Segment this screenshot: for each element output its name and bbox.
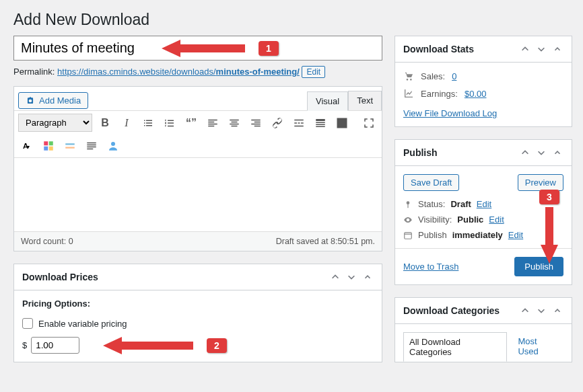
bold-icon[interactable]: B	[96, 114, 114, 132]
numbered-list-icon[interactable]	[161, 114, 178, 132]
view-log-link[interactable]: View File Download Log	[403, 108, 497, 118]
table-icon[interactable]	[333, 114, 351, 132]
publish-title: Publish	[403, 147, 438, 158]
add-media-button[interactable]: Add Media	[18, 92, 88, 109]
svg-rect-13	[405, 232, 412, 238]
toggle-panel-icon[interactable]	[551, 43, 563, 55]
chevron-down-icon[interactable]	[535, 43, 547, 55]
earnings-value-link[interactable]: $0.00	[465, 89, 487, 99]
link-icon[interactable]	[269, 114, 286, 132]
tab-visual[interactable]: Visual	[307, 91, 348, 111]
permalink-edit-button[interactable]: Edit	[302, 66, 325, 78]
toggle-panel-icon[interactable]	[551, 147, 563, 159]
content-editor: Add Media Visual Text Paragraph B I “”	[13, 86, 382, 251]
toggle-panel-icon[interactable]	[362, 271, 374, 283]
svg-rect-7	[65, 143, 75, 145]
permalink-link[interactable]: https://dimas.cminds.website/downloads/m…	[57, 67, 300, 77]
user-icon[interactable]	[104, 137, 122, 155]
save-draft-button[interactable]: Save Draft	[403, 174, 459, 191]
title-input[interactable]	[13, 36, 382, 61]
chevron-up-icon[interactable]	[519, 305, 531, 317]
svg-rect-12	[407, 204, 408, 208]
paragraph-icon[interactable]	[83, 137, 100, 155]
chevron-down-icon[interactable]	[345, 271, 357, 283]
svg-rect-6	[49, 147, 53, 151]
chevron-up-icon[interactable]	[519, 147, 531, 159]
chart-icon	[403, 88, 414, 99]
strikethrough-icon[interactable]: A▾	[18, 137, 36, 155]
svg-rect-3	[44, 141, 48, 145]
svg-rect-5	[44, 147, 48, 151]
bullet-list-icon[interactable]	[139, 114, 157, 132]
eye-icon	[403, 215, 413, 225]
sales-value-link[interactable]: 0	[452, 71, 456, 81]
cart-icon	[403, 71, 414, 81]
word-count: Word count: 0	[21, 237, 73, 246]
pricing-options-label: Pricing Options:	[22, 299, 374, 309]
align-right-icon[interactable]	[247, 114, 265, 132]
annotation-2: 2	[207, 338, 227, 353]
calendar-icon	[403, 231, 413, 240]
publish-button[interactable]: Publish	[514, 257, 563, 276]
toolbar-toggle-icon[interactable]	[312, 114, 329, 132]
price-input[interactable]	[31, 337, 79, 354]
svg-point-11	[407, 201, 410, 204]
draft-saved: Draft saved at 8:50:51 pm.	[276, 237, 375, 246]
svg-rect-8	[65, 147, 75, 149]
read-more-icon[interactable]	[290, 114, 308, 132]
currency-symbol: $	[22, 340, 27, 350]
chevron-down-icon[interactable]	[535, 305, 547, 317]
fullscreen-icon[interactable]	[360, 114, 378, 132]
toggle-panel-icon[interactable]	[551, 305, 563, 317]
pin-icon	[403, 200, 413, 209]
download-prices-title: Download Prices	[22, 272, 98, 282]
visibility-edit-link[interactable]: Edit	[489, 214, 504, 225]
tab-all-categories[interactable]: All Download Categories	[403, 332, 507, 362]
tab-most-used[interactable]: Most Used	[512, 332, 563, 362]
svg-point-9	[111, 142, 115, 146]
color-blocks-icon[interactable]	[40, 137, 57, 155]
status-edit-link[interactable]: Edit	[477, 199, 491, 209]
align-left-icon[interactable]	[204, 114, 221, 132]
svg-text:▾: ▾	[27, 144, 30, 150]
chevron-up-icon[interactable]	[329, 271, 341, 283]
svg-marker-10	[103, 337, 193, 354]
blockquote-icon[interactable]: “”	[182, 114, 200, 132]
tab-text[interactable]: Text	[348, 91, 382, 110]
move-to-trash-link[interactable]: Move to Trash	[403, 262, 458, 272]
schedule-edit-link[interactable]: Edit	[508, 230, 523, 240]
permalink: Permalink: https://dimas.cminds.website/…	[13, 66, 382, 78]
editor-body[interactable]	[14, 157, 382, 231]
page-title: Add New Download	[13, 11, 570, 29]
download-stats-title: Download Stats	[403, 44, 474, 54]
chevron-down-icon[interactable]	[535, 147, 547, 159]
chevron-up-icon[interactable]	[519, 43, 531, 55]
italic-icon[interactable]: I	[118, 114, 135, 132]
enable-variable-pricing[interactable]: Enable variable pricing	[22, 318, 374, 329]
hr-icon[interactable]	[61, 137, 79, 155]
camera-icon	[26, 96, 35, 106]
format-select[interactable]: Paragraph	[18, 114, 92, 132]
preview-button[interactable]: Preview	[518, 174, 563, 191]
download-categories-title: Download Categories	[403, 305, 500, 316]
svg-rect-4	[49, 141, 53, 145]
variable-pricing-checkbox[interactable]	[22, 318, 33, 329]
align-center-icon[interactable]	[226, 114, 243, 132]
